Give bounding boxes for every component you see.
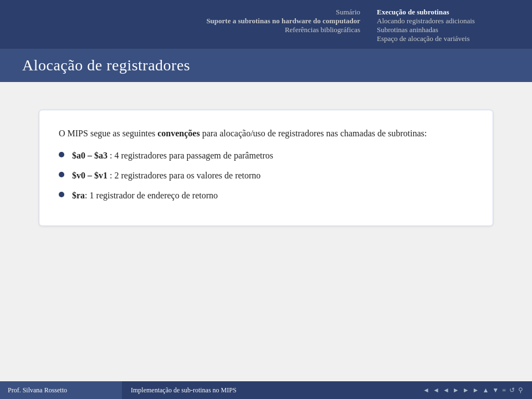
bullet-rest-1: : 4 registradores para passagem de parâm… [108,151,273,160]
nav-menu-icon[interactable]: ≡ [502,386,506,395]
footer-title: Implementação de sub-rotinas no MIPS [131,386,237,395]
footer-prof-label: Prof. Silvana Rossetto [8,386,67,395]
bullet-text-1: $a0 – $a3 : 4 registradores para passage… [72,149,273,162]
nav-prev-first-icon[interactable]: ◄ [423,386,429,395]
nav-refresh-icon[interactable]: ↺ [509,386,515,395]
header-sumario: Sumário [336,8,360,17]
bullet-list: $a0 – $a3 : 4 registradores para passage… [59,149,473,202]
nav-down-icon[interactable]: ▼ [492,386,499,395]
header-espaco: Espaço de alocação de variáveis [377,34,521,43]
bullet-text-3: $ra: 1 registrador de endereço de retorn… [72,189,218,202]
section-title: Alocação de registradores [22,57,190,74]
bullet-dot-2 [59,172,64,177]
header-bar: Sumário Suporte a subrotinas no hardware… [0,0,532,49]
intro-plain: O MIPS segue as seguintes [59,129,157,138]
content-card: O MIPS segue as seguintes convenções par… [39,110,493,226]
bullet-code-3: $ra [72,191,85,200]
header-alocando: Alocando registradores adicionais [377,17,521,25]
list-item: $ra: 1 registrador de endereço de retorn… [59,189,473,202]
header-right: Execução de subrotinas Alocando registra… [377,6,521,43]
header-left: Sumário Suporte a subrotinas no hardware… [0,6,377,34]
bullet-text-2: $v0 – $v1 : 2 registradores para os valo… [72,169,260,182]
nav-prev-icon[interactable]: ◄ [433,386,439,395]
header-referencias: Referências bibliográficas [285,25,360,34]
footer-left: Prof. Silvana Rossetto [0,381,122,399]
bullet-code-1: $a0 – $a3 [72,151,108,160]
header-subrotinas-anh: Subrotinas aninhadas [377,25,521,34]
intro-rest: para alocação/uso de registradores nas c… [200,129,427,138]
footer-bar: Prof. Silvana Rossetto Implementação de … [0,381,532,399]
bullet-rest-2: : 2 registradores para os valores de ret… [108,171,260,180]
header-suporte: Suporte a subrotinas no hardware do comp… [206,17,360,25]
body-area: O MIPS segue as seguintes convenções par… [0,82,532,399]
nav-up-icon[interactable]: ▲ [482,386,489,395]
nav-left-icon[interactable]: ◄ [443,386,449,395]
section-title-bar: Alocação de registradores [0,49,532,82]
nav-next-last-icon[interactable]: ► [473,386,479,395]
footer-nav: ◄ ◄ ◄ ► ► ► ▲ ▼ ≡ ↺ ⚲ [423,386,523,395]
page-wrapper: Sumário Suporte a subrotinas no hardware… [0,0,532,399]
list-item: $a0 – $a3 : 4 registradores para passage… [59,149,473,162]
bullet-dot-3 [59,192,64,197]
intro-bold: convenções [157,129,200,138]
nav-next-icon[interactable]: ► [463,386,469,395]
header-execucao: Execução de subrotinas [377,8,521,17]
nav-search-icon[interactable]: ⚲ [518,386,523,395]
nav-right-icon[interactable]: ► [453,386,459,395]
card-intro: O MIPS segue as seguintes convenções par… [59,127,473,140]
bullet-rest-3: : 1 registrador de endereço de retorno [85,191,218,200]
bullet-dot-1 [59,152,64,157]
footer-right: Implementação de sub-rotinas no MIPS ◄ ◄… [122,381,532,399]
bullet-code-2: $v0 – $v1 [72,171,108,180]
list-item: $v0 – $v1 : 2 registradores para os valo… [59,169,473,182]
